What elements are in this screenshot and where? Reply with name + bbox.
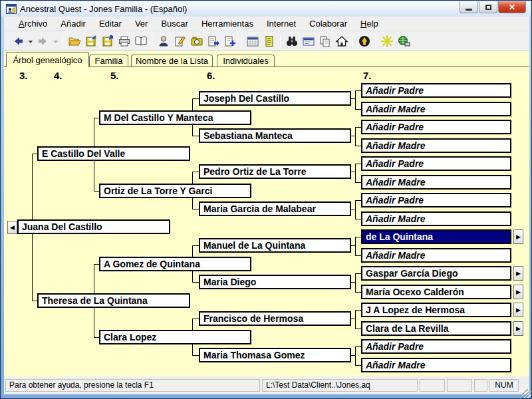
reports-button[interactable] xyxy=(132,33,149,50)
save-as-button[interactable] xyxy=(99,33,116,50)
connector-line xyxy=(94,264,94,295)
individual-button[interactable] xyxy=(155,33,172,50)
pedigree-box-add-mother[interactable]: Añadir Madre xyxy=(361,358,511,372)
back-icon xyxy=(11,35,25,48)
pedigree-box-gen6-0[interactable]: Joseph Del Castillo xyxy=(199,91,351,106)
pedigree-box-add-father[interactable]: Añadir Padre xyxy=(361,193,511,207)
pedigree-box-add-mother[interactable]: Añadir Madre xyxy=(361,248,511,263)
pedigree-box-gen5-3[interactable]: Clara Lopez xyxy=(99,330,251,344)
pedigree-box-gen7-13[interactable]: Clara de La Revilla xyxy=(361,321,511,336)
connector-line xyxy=(356,310,361,311)
connector-line xyxy=(355,310,356,329)
extend-right-button[interactable]: ▶ xyxy=(513,285,523,299)
pedigree-box-gen4-father[interactable]: E Castillo Del Valle xyxy=(37,146,190,161)
pedigree-box-add-mother[interactable]: Añadir Madre xyxy=(361,175,511,190)
pedigree-box-add-mother[interactable]: Añadir Madre xyxy=(361,211,511,226)
pedigree-box-gen5-1[interactable]: Ortiz de La Torre Y Garci xyxy=(99,184,251,198)
pedigree-box-gen6-2[interactable]: Pedro Ortiz de La Torre xyxy=(199,164,351,179)
add-record-button[interactable] xyxy=(221,33,238,50)
menu-colaborar[interactable]: Colaborar xyxy=(303,17,354,30)
resize-grip[interactable] xyxy=(522,389,531,398)
list-icon xyxy=(263,35,276,48)
edit-button[interactable] xyxy=(172,33,188,50)
tab-individuales[interactable]: Individuales xyxy=(217,55,275,66)
forward-dropdown-button[interactable] xyxy=(51,33,60,50)
calendar-button[interactable] xyxy=(244,33,261,50)
pedigree-box-selected[interactable]: de La Quintana xyxy=(361,229,511,244)
menu-herramientas[interactable]: Herramientas xyxy=(195,17,260,30)
tab-familia[interactable]: Familia xyxy=(89,55,128,66)
pedigree-box-add-father[interactable]: Añadir Padre xyxy=(361,339,511,354)
search-button[interactable] xyxy=(283,33,300,50)
tab-nombre-de-la-lista[interactable]: Nombre de la Lista xyxy=(131,55,213,66)
forward-button[interactable] xyxy=(35,33,51,50)
save-icon xyxy=(84,35,98,48)
minimize-button[interactable] xyxy=(460,1,478,13)
pedigree-box-add-father[interactable]: Añadir Padre xyxy=(361,120,511,134)
num-lock-indicator: NUM xyxy=(489,379,519,392)
family-tree-button[interactable] xyxy=(378,33,395,50)
menu-anadir[interactable]: Añadir xyxy=(54,17,92,30)
pedigree-box-gen6-1[interactable]: Sebastiana Manteca xyxy=(199,128,351,143)
pedigree-box-gen7-10[interactable]: Gaspar García Diego xyxy=(361,266,511,281)
menu-internet[interactable]: Internet xyxy=(260,17,303,30)
person-icon xyxy=(157,35,170,48)
menu-ver[interactable]: Ver xyxy=(128,17,155,30)
report-doc-button[interactable] xyxy=(205,33,221,50)
pedigree-box-add-mother[interactable]: Añadir Madre xyxy=(361,102,511,116)
pedigree-box-gen6-3[interactable]: Maria Garcia de Malabear xyxy=(199,201,351,216)
maximize-button[interactable] xyxy=(479,1,497,13)
menu-buscar[interactable]: Buscar xyxy=(154,17,194,30)
tab-arbol-genealogico[interactable]: Árbol genealógico xyxy=(6,52,89,67)
save-button[interactable] xyxy=(82,33,99,50)
scroll-left-button[interactable]: ◀ xyxy=(7,221,17,234)
forward-icon xyxy=(37,35,50,48)
extend-right-button[interactable]: ▶ xyxy=(513,303,523,317)
pedigree-box-root[interactable]: Juana Del Castillo xyxy=(17,219,170,234)
scrapbook-button[interactable] xyxy=(188,33,205,50)
connector-line xyxy=(94,308,94,338)
open-file-button[interactable] xyxy=(66,33,82,50)
connector-line xyxy=(192,125,193,136)
back-button[interactable] xyxy=(9,33,26,50)
copy-button[interactable] xyxy=(317,33,333,50)
extend-right-button[interactable]: ▶ xyxy=(513,229,523,244)
connector-line xyxy=(94,337,99,338)
connector-line xyxy=(94,118,94,148)
print-button[interactable] xyxy=(116,33,132,50)
pedigree-box-add-father[interactable]: Añadir Padre xyxy=(361,156,511,171)
menu-help[interactable]: Help xyxy=(354,17,385,30)
pedigree-box-add-mother[interactable]: Añadir Madre xyxy=(361,138,511,153)
pedigree-box-gen6-5[interactable]: Maria Diego xyxy=(199,275,351,289)
pedigree-box-gen7-11[interactable]: María Ocexo Calderón xyxy=(361,285,511,299)
submit-button[interactable] xyxy=(356,33,372,50)
connector-line xyxy=(193,355,199,356)
connector-line xyxy=(351,319,356,319)
menu-archivo[interactable]: Archivo xyxy=(12,17,54,30)
back-dropdown-button[interactable] xyxy=(26,33,35,50)
pedigree-box-gen5-0[interactable]: M Del Castillo Y Manteca xyxy=(99,110,251,125)
close-button[interactable]: ✕ xyxy=(498,1,526,13)
name-card-button[interactable] xyxy=(300,33,317,50)
home-button[interactable] xyxy=(333,33,350,50)
menu-editar[interactable]: Editar xyxy=(92,17,128,30)
toolbar-separator xyxy=(375,35,376,48)
connector-line xyxy=(351,98,356,99)
pedigree-box-gen7-12[interactable]: J A Lopez de Hermosa xyxy=(361,303,511,317)
extend-right-button[interactable]: ▶ xyxy=(513,321,523,336)
connector-line xyxy=(356,292,361,293)
web-button[interactable] xyxy=(395,33,412,50)
extend-right-button[interactable]: ▶ xyxy=(513,266,523,281)
pedigree-box-gen6-4[interactable]: Manuel de La Quintana xyxy=(199,238,351,253)
pedigree-box-gen5-2[interactable]: A Gomez de Quintana xyxy=(99,257,251,271)
notes-button[interactable] xyxy=(261,33,277,50)
connector-line xyxy=(94,264,99,265)
connector-line xyxy=(356,146,361,146)
title-bar[interactable]: Ancestral Quest - Jones Familia - (Españ… xyxy=(1,1,531,17)
app-icon xyxy=(6,4,17,14)
pedigree-box-gen6-6[interactable]: Francisco de Hermosa xyxy=(199,311,351,326)
pedigree-box-gen6-7[interactable]: Maria Thomasa Gomez xyxy=(199,348,351,362)
window-title: Ancestral Quest - Jones Familia - (Españ… xyxy=(20,4,187,14)
pedigree-box-gen4-mother[interactable]: Theresa de La Quintana xyxy=(37,293,190,308)
pedigree-box-add-father[interactable]: Añadir Padre xyxy=(361,83,511,98)
